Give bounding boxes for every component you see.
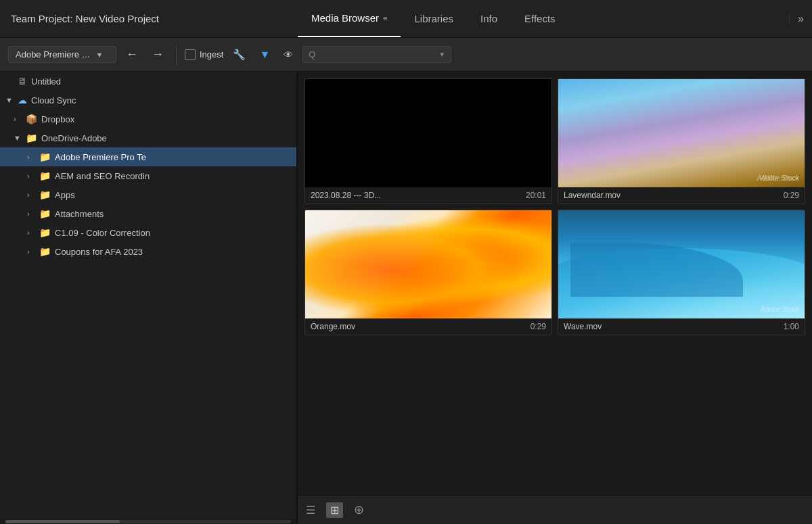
media-thumbnail-orange [305,210,551,318]
collapse-arrow-icon: › [27,229,37,237]
ingest-toggle[interactable]: Ingest [185,49,223,60]
media-thumbnail-black [305,79,551,187]
more-panels-button[interactable]: » [789,13,812,25]
sidebar-item-color-correction[interactable]: › 📁 C1.09 - Color Correction [0,223,296,242]
search-bar[interactable]: Q ▼ [302,46,451,63]
sidebar-item-label: Cloud Sync [31,95,76,105]
collapse-arrow-icon: › [27,247,37,256]
sidebar-item-untitled[interactable]: 🖥 Untitled [0,72,296,91]
media-info-row: 2023.08.28 --- 3D... 20:01 [305,187,551,204]
sidebar-item-label: OneDrive-Adobe [41,133,107,143]
media-grid: 2023.08.28 --- 3D... 20:01 Adobe Stock L… [304,78,805,335]
source-dropdown[interactable]: Adobe Premiere … ▼ [8,46,116,63]
media-item-wave[interactable]: Adobe Stock Wave.mov 1:00 [558,210,805,335]
adobe-stock-text: Adobe Stock [761,174,799,182]
search-input[interactable] [319,49,434,59]
media-duration: 0:29 [784,191,799,200]
media-thumbnail-wave: Adobe Stock [558,210,805,318]
media-bottom-toolbar: ☰ ⊞ ⊕ [298,495,812,524]
media-item-orange[interactable]: Orange.mov 0:29 [304,210,552,335]
media-item-2023[interactable]: 2023.08.28 --- 3D... 20:01 [304,78,552,204]
black-thumb [305,79,551,187]
sidebar-item-label: Adobe Premiere Pro Te [55,152,146,162]
filter-button[interactable]: ▼ [255,46,274,64]
toolbar: Adobe Premiere … ▼ ← → Ingest 🔧 ▼ 👁 Q ▼ [0,38,812,72]
media-filename: 2023.08.28 --- 3D... [311,191,381,200]
sidebar-item-attachments[interactable]: › 📁 Attachments [0,204,296,223]
sidebar-item-label: C1.09 - Color Correction [55,228,150,238]
main-area: 🖥 Untitled ▼ ☁ Cloud Sync › 📦 Dropbox ▼ … [0,72,812,524]
media-filename: Orange.mov [311,322,355,331]
sidebar-item-onedrive[interactable]: ▼ 📁 OneDrive-Adobe [0,128,296,147]
forward-button[interactable]: → [148,45,168,64]
sidebar-item-label: Apps [55,190,75,200]
sidebar-item-label: AEM and SEO Recordin [55,171,150,181]
media-filename: Lavewndar.mov [564,191,621,200]
media-info-row: Lavewndar.mov 0:29 [558,187,805,204]
more-panels-icon: » [798,13,804,25]
expand-arrow-icon: ▼ [14,134,23,142]
list-view-button[interactable]: ☰ [303,501,318,519]
sidebar-item-label: Untitled [31,76,61,87]
dropbox-icon: 📦 [26,114,37,124]
expand-arrow-icon: ▼ [5,96,15,104]
folder-icon: 📁 [39,208,51,219]
sidebar-scrollbar[interactable] [0,519,296,524]
collapse-arrow-icon: › [14,115,23,123]
media-info-row: Orange.mov 0:29 [305,318,551,335]
media-duration: 1:00 [784,322,799,331]
folder-icon: 📁 [39,189,51,200]
chevron-down-icon: ▼ [96,51,104,59]
ingest-label: Ingest [200,49,223,59]
sidebar-item-label: Dropbox [41,114,74,124]
sidebar-item-dropbox[interactable]: › 📦 Dropbox [0,110,296,128]
tab-info[interactable]: Info [467,0,511,37]
search-icon: Q [309,49,315,59]
sidebar: 🖥 Untitled ▼ ☁ Cloud Sync › 📦 Dropbox ▼ … [0,72,298,524]
toolbar-separator [176,45,177,64]
back-button[interactable]: ← [122,45,142,64]
media-info-row: Wave.mov 1:00 [558,318,805,335]
collapse-arrow-icon: › [27,172,37,180]
folder-icon: 📁 [39,227,51,238]
collapse-arrow-icon: › [27,210,37,218]
tab-media-browser-label: Media Browser [311,12,379,24]
collapse-arrow-icon: › [27,191,37,199]
collapse-arrow-icon: › [27,153,37,161]
scrollbar-thumb [5,520,120,523]
project-title: Team Project: New Video Project [0,13,298,24]
wrench-button[interactable]: 🔧 [229,46,250,64]
eye-button[interactable]: 👁 [279,47,297,63]
adobe-watermark-wave: Adobe Stock [761,306,799,313]
tab-effects-label: Effects [524,13,556,24]
folder-icon: 📁 [39,246,51,257]
folder-icon: 📁 [39,151,51,162]
cloud-icon: ☁ [18,95,27,105]
tab-libraries[interactable]: Libraries [401,0,467,37]
sidebar-item-label: Attachments [55,209,104,219]
monitor-icon: 🖥 [18,76,27,87]
tab-menu-icon: ≡ [383,14,387,22]
adobe-watermark: Adobe Stock [761,174,799,182]
sidebar-item-coupons-afa[interactable]: › 📁 Coupons for AFA 2023 [0,242,296,261]
tab-effects[interactable]: Effects [511,0,569,37]
folder-icon: 📁 [39,170,51,181]
tab-libraries-label: Libraries [414,13,453,24]
media-item-lavender[interactable]: Adobe Stock Lavewndar.mov 0:29 [558,78,805,204]
adobe-stock-text: Adobe Stock [761,306,799,313]
tab-info-label: Info [480,13,497,24]
zoom-search-button[interactable]: ⊕ [351,500,367,520]
tab-bar: Media Browser ≡ Libraries Info Effects [298,0,789,37]
sidebar-item-apps[interactable]: › 📁 Apps [0,185,296,204]
media-thumbnail-lavender: Adobe Stock [558,79,805,187]
sidebar-item-adobe-premiere-te[interactable]: › 📁 Adobe Premiere Pro Te [0,147,296,166]
sidebar-item-aem-seo[interactable]: › 📁 AEM and SEO Recordin [0,166,296,185]
tab-media-browser[interactable]: Media Browser ≡ [298,0,401,37]
media-duration: 20:01 [526,191,546,200]
grid-view-button[interactable]: ⊞ [326,502,343,518]
sidebar-item-cloud-sync[interactable]: ▼ ☁ Cloud Sync [0,91,296,110]
media-duration: 0:29 [531,322,546,331]
ingest-checkbox[interactable] [185,49,196,60]
sidebar-item-label: Coupons for AFA 2023 [55,247,143,257]
scrollbar-track [5,520,291,523]
